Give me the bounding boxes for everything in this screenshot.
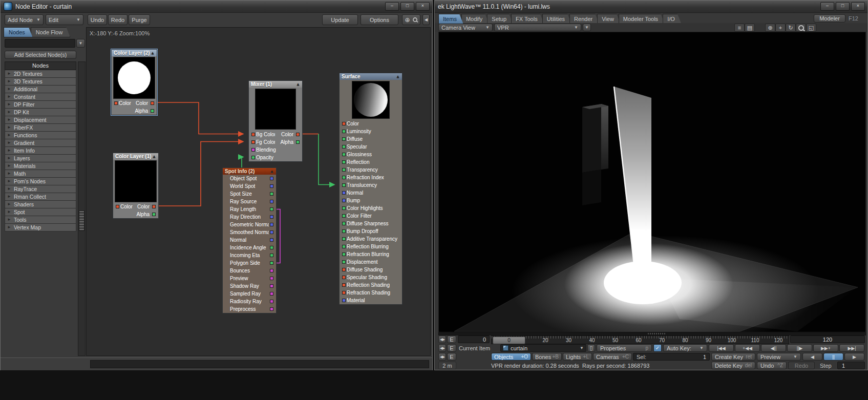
item-list-button[interactable]: ▯ <box>587 344 595 352</box>
node-category-item[interactable]: ►Gradient <box>5 139 76 147</box>
connector-color-icon[interactable] <box>251 133 255 136</box>
node-category-item[interactable]: ►Functions <box>5 132 76 139</box>
list-icon[interactable]: ≡ <box>734 24 745 32</box>
node-category-item[interactable]: ►Rman Collect <box>5 193 76 201</box>
node-category-item[interactable]: ►Vertex Map <box>5 224 76 231</box>
purge-button[interactable]: Purge <box>129 14 150 25</box>
render-viewport[interactable] <box>438 32 866 332</box>
current-frame-field[interactable]: 0 <box>458 335 490 343</box>
tab-node-flow[interactable]: Node Flow <box>31 27 71 37</box>
connector-scalar-icon[interactable] <box>342 222 346 225</box>
pan-zoom-tool-button[interactable]: ⊕ <box>402 14 420 25</box>
zoom-view-icon[interactable] <box>796 24 806 32</box>
close-icon[interactable]: × <box>416 2 430 11</box>
node-titlebar[interactable]: Spot Info (2)▲ <box>223 168 276 175</box>
node-spot-info-2[interactable]: Spot Info (2)▲Object SpotWorld SpotSpot … <box>222 167 277 313</box>
connector-scalar-icon[interactable] <box>296 140 300 144</box>
connector-scalar-icon[interactable] <box>342 206 346 210</box>
envelope-button-1[interactable]: E <box>447 335 456 343</box>
minimize-icon[interactable]: – <box>385 2 399 11</box>
delete-key-button[interactable]: Delete Keydel <box>711 362 755 369</box>
edit-mode-bones[interactable]: Bones+B <box>532 353 562 361</box>
node-category-item[interactable]: ►Math <box>5 170 76 178</box>
update-button[interactable]: Update <box>322 14 358 25</box>
connector-scalar-icon[interactable] <box>342 137 346 141</box>
node-surface[interactable]: Surface▲ColorLuminosityDiffuseSpecularGl… <box>339 73 403 305</box>
connector-scalar-icon[interactable] <box>270 261 273 265</box>
tab-view[interactable]: View <box>597 14 621 24</box>
search-dropdown-button[interactable]: ▼ <box>76 39 85 48</box>
envelope-button-2[interactable]: E <box>447 344 456 352</box>
modeler-button[interactable]: Modeler <box>814 14 845 23</box>
connector-scalar-icon[interactable] <box>342 153 346 156</box>
step-field[interactable]: 1 <box>837 362 865 369</box>
edit-mode-lights[interactable]: Lights+L <box>563 353 592 361</box>
view-mode-dropdown[interactable]: Camera View▼ <box>438 24 493 31</box>
tab-nodes[interactable]: Nodes <box>4 27 33 37</box>
transport-button-1[interactable]: +◀◀ <box>735 344 760 352</box>
frame-slider-handle[interactable]: 0 <box>493 336 525 344</box>
connector-vector-icon[interactable] <box>270 230 273 234</box>
connector-vector-icon[interactable] <box>342 199 346 202</box>
node-category-item[interactable]: ►Displacement <box>5 116 76 124</box>
connector-scalar-icon[interactable] <box>342 130 346 133</box>
timeline-scroll-grip[interactable] <box>648 333 665 334</box>
transport-button-2[interactable]: ◀|| <box>761 344 786 352</box>
tab-i-o[interactable]: I/O <box>663 14 682 24</box>
connector-color-icon[interactable] <box>342 283 346 287</box>
connector-color-icon[interactable] <box>114 101 118 105</box>
current-item-dropdown[interactable]: curtain ▼ <box>500 344 586 352</box>
end-frame-field[interactable]: 120 <box>790 335 865 343</box>
undo-button[interactable]: Undo^Z <box>757 362 787 369</box>
edit-mode-objects[interactable]: Objects+O <box>491 353 531 361</box>
wire-spotinfo-loop[interactable] <box>277 209 280 263</box>
connector-color-icon[interactable] <box>152 205 156 208</box>
node-category-item[interactable]: ►Shaders <box>5 201 76 208</box>
add-selected-button[interactable]: Add Selected Node(s) <box>5 51 76 59</box>
node-category-item[interactable]: ►Item Info <box>5 147 76 155</box>
connector-scalar-icon[interactable] <box>342 214 346 218</box>
redo-button[interactable]: Redo <box>788 362 815 369</box>
create-key-button[interactable]: Create Keyret <box>711 353 755 361</box>
node-category-item[interactable]: ►DP Kit <box>5 109 76 116</box>
add-node-button[interactable]: Add Node▼ <box>5 14 44 25</box>
pan-view-icon[interactable]: + <box>775 24 786 32</box>
auto-key-dropdown[interactable]: Auto Key:▼ <box>663 344 707 352</box>
maximize-icon[interactable]: □ <box>400 2 414 11</box>
node-category-item[interactable]: ►Layers <box>5 155 76 162</box>
minimize-icon[interactable]: – <box>820 2 834 11</box>
connector-integer-icon[interactable] <box>270 300 273 303</box>
edit-menu-button[interactable]: Edit▼ <box>46 14 83 25</box>
timeline-resize-button[interactable]: ◀▶ <box>438 335 446 343</box>
connector-color-icon[interactable] <box>296 133 300 136</box>
node-titlebar[interactable]: Mixer (1)▲ <box>249 81 302 88</box>
tab-fx-tools[interactable]: FX Tools <box>511 14 544 24</box>
transport-button-5[interactable]: ▶▶| <box>839 344 864 352</box>
node-titlebar[interactable]: Surface▲ <box>340 73 402 80</box>
viewport-options-button[interactable]: ▼ <box>583 24 591 31</box>
render-mode-dropdown[interactable]: VPR▼ <box>494 24 581 31</box>
properties-button[interactable]: Propertiesp <box>597 344 652 352</box>
connector-scalar-icon[interactable] <box>342 176 346 179</box>
connector-vector-icon[interactable] <box>270 184 273 188</box>
connector-vector-icon[interactable] <box>342 191 346 195</box>
connector-color-icon[interactable] <box>151 101 154 105</box>
connector-scalar-icon[interactable] <box>270 246 273 249</box>
preview-dropdown[interactable]: Preview▼ <box>757 353 801 361</box>
node-category-item[interactable]: ►3D Textures <box>5 78 76 86</box>
node-mixer-1[interactable]: Mixer (1)▲Bg ColorColorFg ColorAlphaBlen… <box>248 80 303 162</box>
connector-scalar-icon[interactable] <box>342 252 346 256</box>
wire-colorlayer2-to-mixer[interactable] <box>157 102 243 134</box>
options-button[interactable]: Options <box>361 14 398 25</box>
lightwave-titlebar[interactable]: ek LightWave™ 11.0.1 (Win64) - lumi.lws … <box>435 1 867 13</box>
node-category-item[interactable]: ►Constant <box>5 93 76 101</box>
connector-integer-icon[interactable] <box>270 292 273 296</box>
node-category-item[interactable]: ►Tools <box>5 216 76 224</box>
node-color-layer-2[interactable]: Color Layer (2)▲ColorColorAlpha <box>111 49 157 115</box>
connector-scalar-icon[interactable] <box>342 183 346 187</box>
redo-button[interactable]: Redo <box>108 14 128 25</box>
tab-modify[interactable]: Modify <box>461 14 489 24</box>
connector-scalar-icon[interactable] <box>270 207 273 211</box>
collapse-panel-button[interactable]: ◀ <box>422 14 430 25</box>
node-titlebar[interactable]: Color Layer (2)▲ <box>112 50 157 56</box>
